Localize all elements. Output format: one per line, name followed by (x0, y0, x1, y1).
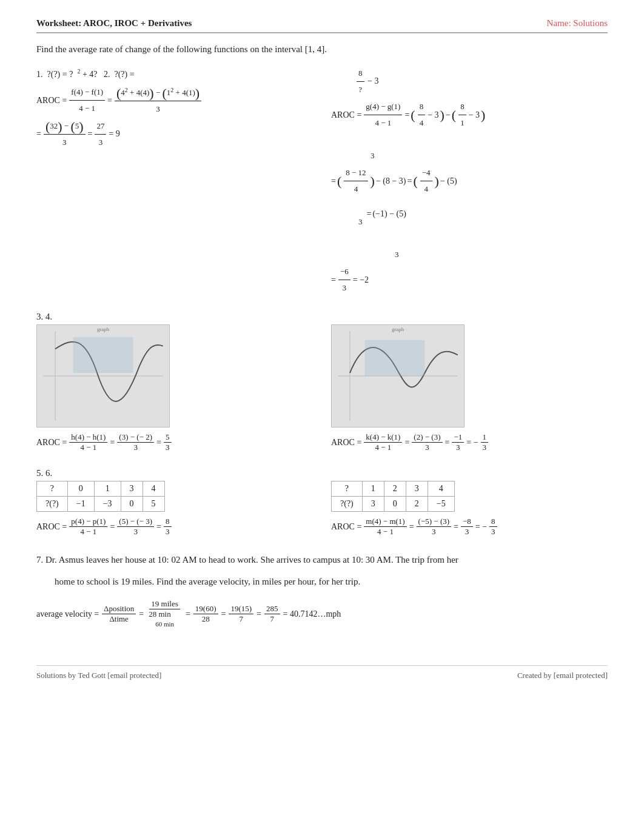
p2-result: = −2 (353, 272, 369, 289)
p2-eq5: = (331, 272, 336, 289)
p6-cell-1: 1 (362, 481, 384, 497)
svg-rect-3 (73, 337, 133, 373)
p7-eq4: = (257, 609, 261, 619)
p6-frac3: −8 3 (461, 517, 473, 537)
p7-frac4: 19(15) 7 (229, 604, 253, 624)
p7-solution: average velocity = Δposition Δtime = 19 … (36, 599, 608, 629)
p2-frac4: 8 − 12 4 (344, 165, 367, 197)
p3-aroc-label: AROC = (36, 438, 67, 448)
footer-left: Solutions by Ted Gott [email protected] (36, 671, 161, 680)
problem-7: 7. Dr. Asmus leaves her house at 10: 02 … (36, 552, 608, 629)
p3-eq1: = (110, 438, 115, 448)
p1-label: 1. ?(?) = ? 2 + 4? 2. ?(?) = (36, 65, 135, 83)
p5-cell-n1: −1 (67, 497, 94, 512)
p2-func: 8 ? − 3 (355, 65, 378, 98)
p6-table: ? 1 2 3 4 ?(?) 3 0 2 −5 (331, 481, 455, 512)
p7-frac1: Δposition Δtime (102, 604, 136, 624)
p4-eq1: = (404, 438, 409, 448)
p6-frac2: (−5) − (3) 3 (417, 517, 451, 537)
p6-aroc: AROC = m(4) − m(1) 4 − 1 = (−5) − (3) 3 … (331, 517, 608, 537)
p6-cell-3: 3 (362, 497, 384, 512)
p7-avg-vel-line: average velocity = Δposition Δtime = 19 … (36, 599, 608, 629)
svg-rect-8 (365, 340, 425, 376)
p4-aroc-label: AROC = (331, 438, 361, 448)
p2-minus5: − (5) (440, 173, 457, 190)
p6-cell-qmark: ? (332, 481, 363, 497)
p5-table: ? 0 1 3 4 ?(?) −1 −3 0 5 (36, 481, 165, 512)
p2-eq3: = (408, 173, 412, 190)
p6-cell-2: 2 (406, 497, 428, 512)
p2-open4: ( (413, 175, 417, 188)
p2-open2: ( (452, 109, 456, 122)
worksheet-header: Worksheet: AROC, IROC + Derivatives Name… (36, 18, 608, 33)
p1-eq3: = (88, 126, 93, 143)
p5-cell-func: ?(?) (37, 497, 68, 512)
p6-cell-4: 4 (428, 481, 454, 497)
p2-frac7: 3 (393, 231, 401, 263)
p5-cell-4: 4 (143, 481, 164, 497)
p6-frac4: 8 3 (489, 517, 497, 537)
p5-table-section: ? 0 1 3 4 ?(?) −1 −3 0 5 (36, 481, 313, 512)
p2-aroc-label: AROC = (331, 107, 361, 124)
p1-fraction: f(4) − f(1) 4 − 1 (69, 84, 105, 116)
p5-eq1: = (110, 522, 115, 532)
p2-minus2: − (446, 107, 451, 124)
p7-frac3: 19(60) 28 (193, 604, 218, 624)
p2-close3: ) (371, 175, 375, 188)
p6-row-y: ?(?) 3 0 2 −5 (332, 497, 455, 512)
p6-eq1: = (409, 522, 414, 532)
p1-eq1: = (107, 92, 112, 109)
p2-eq4: = (367, 206, 372, 223)
p2-close4: ) (435, 175, 439, 188)
name-value: Solutions (573, 18, 608, 28)
problems-row-3-4: 3. 4. graph AROC = h(4) − h(1) 4 − 1 = (36, 312, 608, 454)
worksheet-title: Worksheet: AROC, IROC + Derivatives (36, 18, 192, 29)
p5-cell-0b: 0 (121, 497, 143, 512)
problem-2: 8 ? − 3 AROC = g(4) − g(1) 4 − 1 = ( 8 4 (331, 65, 608, 297)
problem-2-math: 8 ? − 3 AROC = g(4) − g(1) 4 − 1 = ( 8 4 (331, 65, 608, 296)
p4-aroc: AROC = k(4) − k(1) 4 − 1 = (2) − (3) 3 =… (331, 432, 608, 452)
p5-cell-qmark: ? (37, 481, 68, 497)
problem-6: ? 1 2 3 4 ?(?) 3 0 2 −5 AROC = m(4) − m(… (331, 468, 608, 538)
p2-fraction: g(4) − g(1) 4 − 1 (364, 99, 402, 131)
p7-eq3: = (221, 609, 226, 619)
problem-1: 1. ?(?) = ? 2 + 4? 2. ?(?) = AROC = f(4)… (36, 65, 313, 297)
p5-cell-1: 1 (94, 481, 121, 497)
problem-1-math: 1. ?(?) = ? 2 + 4? 2. ?(?) = AROC = f(4)… (36, 65, 313, 150)
p4-graph: graph (331, 324, 465, 428)
p7-eq1: = (139, 609, 144, 619)
svg-text:graph: graph (392, 326, 404, 332)
name-field: Name: Solutions (547, 18, 608, 29)
p3-frac3: 5 3 (164, 432, 172, 452)
p1-eq2: = (36, 126, 41, 143)
p2-eq2: = (331, 173, 336, 190)
name-label: Name: (547, 18, 574, 28)
p6-cell-2: 2 (384, 481, 406, 497)
p3-aroc: AROC = h(4) − h(1) 4 − 1 = (3) − (− 2) 3… (36, 432, 313, 452)
p4-eq2: = (445, 438, 450, 448)
p1-result: = 9 (109, 126, 119, 143)
p3-graph-svg: graph (37, 325, 169, 427)
p4-frac3: −1 3 (452, 432, 464, 452)
p6-cell-0: 0 (384, 497, 406, 512)
p2-frac5: −4 4 (420, 165, 432, 197)
p2-minus3: − 3 (469, 107, 480, 124)
p3-label: 3. 4. (36, 312, 313, 322)
problem-4: graph AROC = k(4) − k(1) 4 − 1 = (2) − (… (331, 312, 608, 454)
p7-eq0: = (94, 609, 99, 619)
p1-aroc-label: AROC = (36, 92, 67, 109)
problems-row-5-6: 5. 6. ? 0 1 3 4 ?(?) −1 −3 0 5 (36, 468, 608, 538)
p2-open1: ( (411, 109, 415, 122)
p6-cell-func: ?(?) (332, 497, 363, 512)
p1-frac-32: (32) − (5) 3 (44, 118, 86, 150)
p5-frac3: 8 3 (164, 517, 172, 537)
p5-cell-n3: −3 (94, 497, 121, 512)
p1-fraction2: (42 + 4(4)) − (12 + 4(1)) 3 (115, 84, 201, 117)
p4-eq3: = − (466, 438, 478, 448)
p4-graph-svg: graph (332, 325, 464, 427)
p6-table-section: ? 1 2 3 4 ?(?) 3 0 2 −5 (331, 481, 608, 512)
p6-aroc-label: AROC = (331, 522, 361, 532)
p2-close1: ) (440, 109, 444, 122)
p7-text2: home to school is 19 miles. Find the ave… (36, 574, 608, 590)
p7-frac5: 285 7 (264, 604, 280, 624)
